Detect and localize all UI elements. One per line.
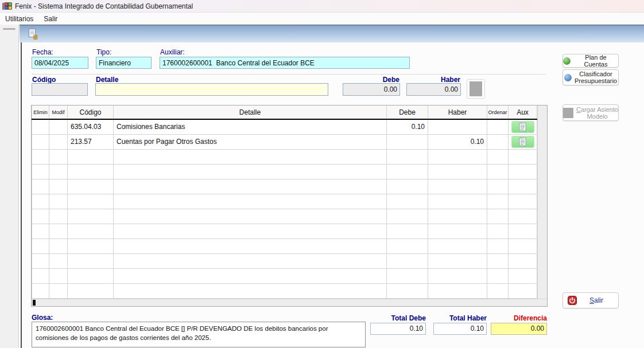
codigo-entry-input[interactable] <box>32 83 88 96</box>
cell-debe <box>387 253 428 268</box>
cell-ordenar[interactable] <box>487 268 509 283</box>
col-header-codigo: Código <box>68 105 114 119</box>
grid-vertical-scrollbar[interactable] <box>537 105 547 299</box>
col-header-debe: Debe <box>387 105 428 119</box>
cell-ordenar[interactable] <box>487 253 509 268</box>
cell-codigo <box>68 224 114 238</box>
plan-de-cuentas-label: Plan de Cuentas <box>573 54 618 68</box>
cell-ordenar[interactable] <box>487 224 509 238</box>
tipo-label: Tipo: <box>96 48 111 56</box>
auxiliar-input[interactable] <box>160 57 410 69</box>
aux-detail-button[interactable] <box>511 121 534 133</box>
cell-detalle: Comisiones Bancarias <box>114 119 387 134</box>
cell-aux <box>509 119 537 134</box>
cell-detalle <box>114 238 387 253</box>
add-entry-button[interactable] <box>467 79 485 99</box>
glosa-textarea[interactable]: 1760002600001 Banco Central del Ecuador … <box>32 322 366 347</box>
cell-ordenar[interactable] <box>487 238 509 253</box>
cell-ordenar[interactable] <box>487 149 509 164</box>
tipo-input[interactable] <box>96 57 152 69</box>
title-bar: Fenix - Sistema Integrado de Contabilida… <box>0 0 644 13</box>
cell-detalle <box>114 253 387 268</box>
cargar-asiento-modelo-button[interactable]: Cargar Asiento Modelo <box>562 104 619 121</box>
cell-modif[interactable] <box>49 134 68 149</box>
plan-de-cuentas-button[interactable]: Plan de Cuentas <box>562 54 619 68</box>
cell-ordenar[interactable] <box>487 283 509 298</box>
cell-elimin[interactable] <box>32 119 49 134</box>
cell-detalle <box>114 179 387 194</box>
table-row: 213.57Cuentas por Pagar Otros Gastos0.10 <box>32 134 537 149</box>
cell-ordenar[interactable] <box>487 134 509 149</box>
cell-codigo: 213.57 <box>68 134 114 149</box>
menu-salir[interactable]: Salir <box>38 14 63 24</box>
cell-aux <box>509 209 537 224</box>
scrollbar-thumb[interactable] <box>33 300 36 306</box>
cell-ordenar[interactable] <box>487 119 509 134</box>
cell-elimin[interactable] <box>32 164 49 179</box>
cell-elimin[interactable] <box>32 268 49 283</box>
cell-modif[interactable] <box>49 119 68 134</box>
cell-codigo <box>68 268 114 283</box>
cell-modif[interactable] <box>49 238 68 253</box>
cell-codigo <box>68 238 114 253</box>
glosa-label: Glosa: <box>32 314 53 322</box>
cell-modif[interactable] <box>49 194 68 209</box>
gray-square-icon <box>563 108 573 118</box>
cell-haber <box>428 149 487 164</box>
cell-ordenar[interactable] <box>487 194 509 209</box>
cell-haber <box>428 238 487 253</box>
cell-elimin[interactable] <box>32 253 49 268</box>
cell-aux <box>509 179 537 194</box>
cell-elimin[interactable] <box>32 209 49 224</box>
cell-codigo: 635.04.03 <box>68 119 114 134</box>
cell-elimin[interactable] <box>32 224 49 238</box>
grid-horizontal-scrollbar[interactable] <box>32 299 547 306</box>
menu-bar: Utilitarios Salir <box>0 13 644 25</box>
new-entry-document-icon[interactable] <box>27 28 39 40</box>
total-debe-label: Total Debe <box>370 314 426 322</box>
cell-elimin[interactable] <box>32 238 49 253</box>
cell-modif[interactable] <box>49 149 68 164</box>
cell-ordenar[interactable] <box>487 164 509 179</box>
table-row: 635.04.03Comisiones Bancarias0.10 <box>32 119 537 134</box>
diferencia-label: Diferencia <box>491 314 547 322</box>
cell-elimin[interactable] <box>32 283 49 298</box>
table-empty-row <box>32 149 537 164</box>
table-empty-row <box>32 164 537 179</box>
cell-haber: 0.10 <box>428 134 487 149</box>
cell-modif[interactable] <box>49 209 68 224</box>
cell-modif[interactable] <box>49 268 68 283</box>
fecha-label: Fecha: <box>32 48 53 56</box>
cell-modif[interactable] <box>49 179 68 194</box>
fecha-input[interactable] <box>32 57 88 69</box>
panel-splitter-handle[interactable] <box>3 28 15 30</box>
cell-codigo <box>68 253 114 268</box>
panel-left-edge <box>21 42 22 348</box>
aux-detail-button[interactable] <box>511 136 534 148</box>
cell-ordenar[interactable] <box>487 179 509 194</box>
cell-modif[interactable] <box>49 224 68 238</box>
haber-entry-label: Haber <box>425 76 460 84</box>
cell-debe <box>387 224 428 238</box>
cell-elimin[interactable] <box>32 194 49 209</box>
cargar-asiento-label: Cargar Asiento Modelo <box>576 106 618 120</box>
entries-table: Elimin Modif Código Detalle Debe Haber O… <box>32 105 537 299</box>
cell-elimin[interactable] <box>32 179 49 194</box>
cell-modif[interactable] <box>49 164 68 179</box>
menu-utilitarios[interactable]: Utilitarios <box>0 14 38 24</box>
salir-button[interactable]: Salir <box>562 292 619 308</box>
clasificador-presupuestario-button[interactable]: Clasificador Presupuestario <box>562 69 619 85</box>
debe-entry-input[interactable] <box>343 83 400 96</box>
cell-elimin[interactable] <box>32 134 49 149</box>
cell-detalle <box>114 209 387 224</box>
cell-ordenar[interactable] <box>487 209 509 224</box>
haber-entry-input[interactable] <box>406 83 461 96</box>
detalle-entry-input[interactable] <box>95 83 328 96</box>
cell-modif[interactable] <box>49 283 68 298</box>
cell-haber <box>428 268 487 283</box>
cell-elimin[interactable] <box>32 149 49 164</box>
cell-modif[interactable] <box>49 253 68 268</box>
cell-aux <box>509 268 537 283</box>
cell-haber <box>428 119 487 134</box>
left-panel-strip <box>0 25 19 348</box>
